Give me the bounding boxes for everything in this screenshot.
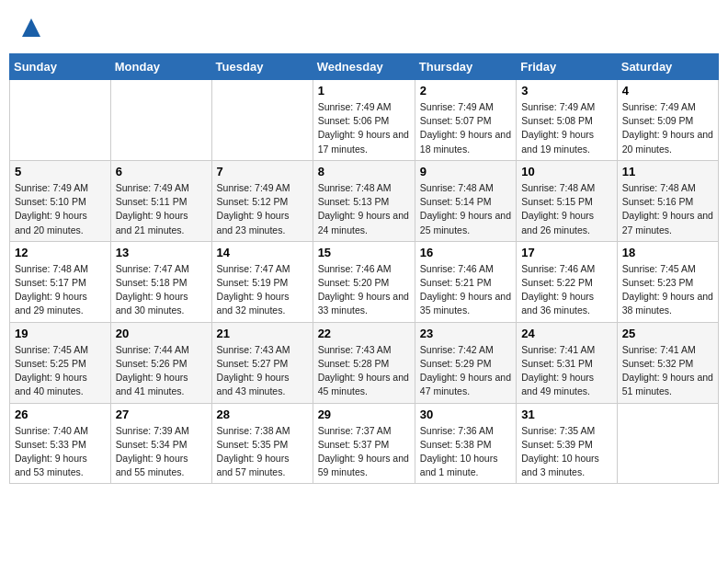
calendar-header-wednesday: Wednesday [313, 54, 415, 80]
day-info: Sunrise: 7:41 AM Sunset: 5:32 PM Dayligh… [622, 343, 713, 399]
calendar-cell: 15Sunrise: 7:46 AM Sunset: 5:20 PM Dayli… [313, 241, 415, 322]
calendar-cell: 25Sunrise: 7:41 AM Sunset: 5:32 PM Dayli… [617, 322, 718, 403]
calendar-week-row: 1Sunrise: 7:49 AM Sunset: 5:06 PM Daylig… [10, 80, 719, 161]
calendar-cell: 20Sunrise: 7:44 AM Sunset: 5:26 PM Dayli… [110, 322, 211, 403]
day-number: 23 [420, 327, 511, 340]
day-number: 29 [318, 408, 410, 421]
logo-icon [18, 15, 44, 40]
day-number: 13 [116, 246, 207, 259]
day-info: Sunrise: 7:38 AM Sunset: 5:35 PM Dayligh… [217, 424, 308, 480]
calendar-week-row: 19Sunrise: 7:45 AM Sunset: 5:25 PM Dayli… [10, 322, 719, 403]
calendar-cell: 23Sunrise: 7:42 AM Sunset: 5:29 PM Dayli… [415, 322, 516, 403]
calendar-cell: 14Sunrise: 7:47 AM Sunset: 5:19 PM Dayli… [211, 241, 313, 322]
day-number: 28 [217, 408, 308, 421]
day-number: 9 [420, 165, 511, 178]
calendar-cell: 11Sunrise: 7:48 AM Sunset: 5:16 PM Dayli… [617, 160, 718, 241]
calendar-header-monday: Monday [110, 54, 211, 80]
day-info: Sunrise: 7:42 AM Sunset: 5:29 PM Dayligh… [420, 343, 511, 399]
day-number: 4 [622, 84, 713, 98]
day-info: Sunrise: 7:35 AM Sunset: 5:39 PM Dayligh… [521, 424, 612, 480]
calendar-week-row: 26Sunrise: 7:40 AM Sunset: 5:33 PM Dayli… [10, 403, 719, 484]
day-info: Sunrise: 7:43 AM Sunset: 5:28 PM Dayligh… [318, 343, 410, 399]
calendar-header-row: SundayMondayTuesdayWednesdayThursdayFrid… [10, 54, 719, 80]
calendar-cell [110, 80, 211, 161]
calendar-header-tuesday: Tuesday [211, 54, 313, 80]
day-info: Sunrise: 7:45 AM Sunset: 5:23 PM Dayligh… [622, 262, 713, 318]
calendar-cell: 21Sunrise: 7:43 AM Sunset: 5:27 PM Dayli… [211, 322, 313, 403]
day-info: Sunrise: 7:43 AM Sunset: 5:27 PM Dayligh… [217, 343, 308, 399]
day-number: 16 [420, 246, 511, 259]
calendar-cell [617, 403, 718, 484]
calendar-cell: 7Sunrise: 7:49 AM Sunset: 5:12 PM Daylig… [211, 160, 313, 241]
svg-marker-0 [22, 18, 40, 37]
calendar-header-friday: Friday [517, 54, 618, 80]
day-info: Sunrise: 7:49 AM Sunset: 5:09 PM Dayligh… [622, 100, 713, 156]
calendar-cell: 4Sunrise: 7:49 AM Sunset: 5:09 PM Daylig… [617, 80, 718, 161]
day-info: Sunrise: 7:48 AM Sunset: 5:15 PM Dayligh… [521, 181, 612, 237]
day-info: Sunrise: 7:47 AM Sunset: 5:18 PM Dayligh… [116, 262, 207, 318]
logo [17, 15, 44, 40]
day-info: Sunrise: 7:39 AM Sunset: 5:34 PM Dayligh… [116, 424, 207, 480]
calendar-cell: 12Sunrise: 7:48 AM Sunset: 5:17 PM Dayli… [10, 241, 111, 322]
day-number: 7 [217, 165, 308, 178]
calendar-cell: 6Sunrise: 7:49 AM Sunset: 5:11 PM Daylig… [110, 160, 211, 241]
calendar-cell: 5Sunrise: 7:49 AM Sunset: 5:10 PM Daylig… [10, 160, 111, 241]
calendar-cell: 8Sunrise: 7:48 AM Sunset: 5:13 PM Daylig… [313, 160, 415, 241]
day-info: Sunrise: 7:49 AM Sunset: 5:06 PM Dayligh… [318, 100, 410, 156]
calendar-table: SundayMondayTuesdayWednesdayThursdayFrid… [9, 53, 719, 484]
day-number: 21 [217, 327, 308, 340]
calendar-week-row: 12Sunrise: 7:48 AM Sunset: 5:17 PM Dayli… [10, 241, 719, 322]
calendar-cell: 29Sunrise: 7:37 AM Sunset: 5:37 PM Dayli… [313, 403, 415, 484]
day-number: 8 [318, 165, 410, 178]
day-info: Sunrise: 7:48 AM Sunset: 5:16 PM Dayligh… [622, 181, 713, 237]
day-info: Sunrise: 7:49 AM Sunset: 5:12 PM Dayligh… [217, 181, 308, 237]
day-number: 11 [622, 165, 713, 178]
day-number: 24 [521, 327, 612, 340]
calendar-header-sunday: Sunday [10, 54, 111, 80]
day-number: 26 [15, 408, 106, 421]
day-number: 18 [622, 246, 713, 259]
calendar-cell: 24Sunrise: 7:41 AM Sunset: 5:31 PM Dayli… [517, 322, 618, 403]
calendar-cell: 1Sunrise: 7:49 AM Sunset: 5:06 PM Daylig… [313, 80, 415, 161]
day-number: 20 [116, 327, 207, 340]
calendar-cell: 3Sunrise: 7:49 AM Sunset: 5:08 PM Daylig… [517, 80, 618, 161]
calendar-header-saturday: Saturday [617, 54, 718, 80]
day-info: Sunrise: 7:49 AM Sunset: 5:11 PM Dayligh… [116, 181, 207, 237]
day-number: 2 [420, 84, 511, 98]
calendar-cell: 26Sunrise: 7:40 AM Sunset: 5:33 PM Dayli… [10, 403, 111, 484]
calendar-cell: 9Sunrise: 7:48 AM Sunset: 5:14 PM Daylig… [415, 160, 516, 241]
calendar-week-row: 5Sunrise: 7:49 AM Sunset: 5:10 PM Daylig… [10, 160, 719, 241]
calendar-cell: 22Sunrise: 7:43 AM Sunset: 5:28 PM Dayli… [313, 322, 415, 403]
day-info: Sunrise: 7:48 AM Sunset: 5:13 PM Dayligh… [318, 181, 410, 237]
calendar-cell [211, 80, 313, 161]
calendar-cell: 16Sunrise: 7:46 AM Sunset: 5:21 PM Dayli… [415, 241, 516, 322]
day-number: 10 [521, 165, 612, 178]
day-number: 27 [116, 408, 207, 421]
calendar-cell: 18Sunrise: 7:45 AM Sunset: 5:23 PM Dayli… [617, 241, 718, 322]
day-info: Sunrise: 7:44 AM Sunset: 5:26 PM Dayligh… [116, 343, 207, 399]
day-info: Sunrise: 7:49 AM Sunset: 5:07 PM Dayligh… [420, 100, 511, 156]
day-number: 5 [15, 165, 106, 178]
day-info: Sunrise: 7:48 AM Sunset: 5:14 PM Dayligh… [420, 181, 511, 237]
day-info: Sunrise: 7:46 AM Sunset: 5:20 PM Dayligh… [318, 262, 410, 318]
calendar-cell: 19Sunrise: 7:45 AM Sunset: 5:25 PM Dayli… [10, 322, 111, 403]
day-number: 31 [521, 408, 612, 421]
day-number: 12 [15, 246, 106, 259]
day-info: Sunrise: 7:45 AM Sunset: 5:25 PM Dayligh… [15, 343, 106, 399]
calendar-cell [10, 80, 111, 161]
day-number: 15 [318, 246, 410, 259]
day-info: Sunrise: 7:49 AM Sunset: 5:10 PM Dayligh… [15, 181, 106, 237]
day-info: Sunrise: 7:47 AM Sunset: 5:19 PM Dayligh… [217, 262, 308, 318]
day-number: 30 [420, 408, 511, 421]
day-info: Sunrise: 7:40 AM Sunset: 5:33 PM Dayligh… [15, 424, 106, 480]
day-number: 25 [622, 327, 713, 340]
day-info: Sunrise: 7:49 AM Sunset: 5:08 PM Dayligh… [521, 100, 612, 156]
day-number: 19 [15, 327, 106, 340]
day-info: Sunrise: 7:37 AM Sunset: 5:37 PM Dayligh… [318, 424, 410, 480]
calendar-cell: 10Sunrise: 7:48 AM Sunset: 5:15 PM Dayli… [517, 160, 618, 241]
day-number: 6 [116, 165, 207, 178]
day-number: 17 [521, 246, 612, 259]
day-info: Sunrise: 7:46 AM Sunset: 5:21 PM Dayligh… [420, 262, 511, 318]
day-info: Sunrise: 7:48 AM Sunset: 5:17 PM Dayligh… [15, 262, 106, 318]
page-header [9, 9, 719, 46]
